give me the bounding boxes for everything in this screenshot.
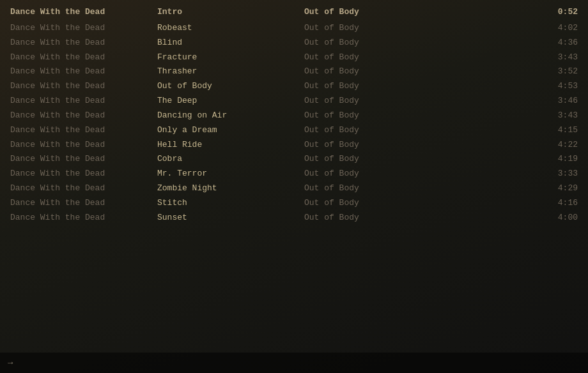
track-album: Out of Body	[304, 197, 451, 209]
table-row[interactable]: Dance With the DeadMr. TerrorOut of Body…	[0, 167, 588, 181]
track-title: Cobra	[157, 153, 304, 165]
table-row[interactable]: Dance With the DeadHell RideOut of Body4…	[0, 138, 588, 153]
table-row[interactable]: Dance With the DeadZombie NightOut of Bo…	[0, 181, 588, 196]
track-album: Out of Body	[304, 52, 451, 64]
track-title: Out of Body	[157, 80, 304, 93]
track-album: Out of Body	[304, 168, 451, 180]
track-album: Out of Body	[304, 139, 451, 151]
table-row[interactable]: Dance With the DeadThrasherOut of Body3:…	[0, 65, 588, 79]
table-row[interactable]: Dance With the DeadOnly a DreamOut of Bo…	[0, 123, 588, 138]
header-time: 0:52	[451, 6, 578, 19]
track-title: Stitch	[157, 197, 304, 209]
track-album: Out of Body	[304, 80, 451, 93]
track-album: Out of Body	[304, 125, 451, 137]
track-time: 4:00	[451, 212, 578, 224]
table-row[interactable]: Dance With the DeadSunsetOut of Body4:00	[0, 211, 588, 225]
track-title: Fracture	[157, 52, 304, 64]
track-artist: Dance With the Dead	[10, 22, 157, 34]
track-time: 3:33	[451, 168, 578, 180]
track-time: 3:46	[451, 95, 578, 107]
track-album: Out of Body	[304, 110, 451, 122]
track-time: 4:02	[451, 22, 578, 34]
track-time: 4:53	[451, 80, 578, 93]
track-artist: Dance With the Dead	[10, 80, 157, 93]
track-time: 4:19	[451, 153, 578, 165]
track-album: Out of Body	[304, 153, 451, 165]
track-time: 4:29	[451, 183, 578, 195]
track-artist: Dance With the Dead	[10, 66, 157, 78]
track-artist: Dance With the Dead	[10, 197, 157, 209]
track-artist: Dance With the Dead	[10, 168, 157, 180]
track-time: 4:36	[451, 37, 578, 49]
track-album: Out of Body	[304, 212, 451, 224]
track-time: 4:15	[451, 125, 578, 137]
track-time: 4:22	[451, 139, 578, 151]
track-time: 3:43	[451, 110, 578, 122]
track-artist: Dance With the Dead	[10, 37, 157, 49]
track-time: 3:52	[451, 66, 578, 78]
track-album: Out of Body	[304, 95, 451, 107]
track-title: Hell Ride	[157, 139, 304, 151]
track-album: Out of Body	[304, 183, 451, 195]
track-time: 3:43	[451, 52, 578, 64]
header-album: Out of Body	[304, 6, 451, 19]
track-album: Out of Body	[304, 37, 451, 49]
bottom-bar: →	[0, 353, 588, 373]
table-row[interactable]: Dance With the DeadDancing on AirOut of …	[0, 109, 588, 123]
track-title: Mr. Terror	[157, 168, 304, 180]
table-row[interactable]: Dance With the DeadFractureOut of Body3:…	[0, 50, 588, 65]
track-title: Dancing on Air	[157, 110, 304, 122]
header-artist: Dance With the Dead	[10, 6, 157, 19]
track-artist: Dance With the Dead	[10, 139, 157, 151]
track-time: 4:16	[451, 197, 578, 209]
track-title: Thrasher	[157, 66, 304, 78]
track-list: Dance With the Dead Intro Out of Body 0:…	[0, 0, 588, 231]
track-title: Sunset	[157, 212, 304, 224]
table-row[interactable]: Dance With the DeadStitchOut of Body4:16	[0, 196, 588, 211]
track-title: Only a Dream	[157, 125, 304, 137]
track-artist: Dance With the Dead	[10, 125, 157, 137]
table-row[interactable]: Dance With the DeadOut of BodyOut of Bod…	[0, 79, 588, 94]
track-title: Blind	[157, 37, 304, 49]
table-row[interactable]: Dance With the DeadThe DeepOut of Body3:…	[0, 94, 588, 109]
track-artist: Dance With the Dead	[10, 183, 157, 195]
track-title: The Deep	[157, 95, 304, 107]
table-row[interactable]: Dance With the DeadBlindOut of Body4:36	[0, 36, 588, 50]
track-artist: Dance With the Dead	[10, 212, 157, 224]
arrow-icon: →	[8, 358, 13, 368]
track-title: Zombie Night	[157, 183, 304, 195]
track-artist: Dance With the Dead	[10, 95, 157, 107]
table-row[interactable]: Dance With the DeadRobeastOut of Body4:0…	[0, 21, 588, 36]
table-row[interactable]: Dance With the DeadCobraOut of Body4:19	[0, 152, 588, 167]
track-album: Out of Body	[304, 66, 451, 78]
track-artist: Dance With the Dead	[10, 52, 157, 64]
track-artist: Dance With the Dead	[10, 110, 157, 122]
track-title: Robeast	[157, 22, 304, 34]
track-list-header: Dance With the Dead Intro Out of Body 0:…	[0, 5, 588, 20]
header-title: Intro	[157, 6, 304, 19]
track-album: Out of Body	[304, 22, 451, 34]
track-artist: Dance With the Dead	[10, 153, 157, 165]
